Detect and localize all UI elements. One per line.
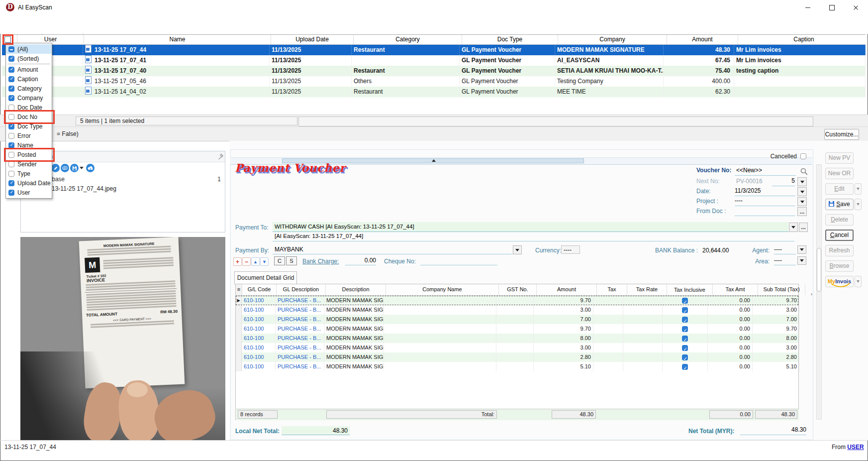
new-or-button[interactable]: New OR [825, 168, 854, 179]
maximize-button[interactable] [820, 0, 844, 15]
chooser-item--all-[interactable]: (All) [6, 44, 52, 54]
chooser-checkbox[interactable] [8, 95, 14, 101]
tax-inclusive-checkbox[interactable] [682, 336, 688, 342]
remove-row-button[interactable]: − [242, 257, 251, 266]
tax-inclusive-checkbox[interactable] [682, 326, 688, 332]
detail-row[interactable]: 610-100PURCHASE - B...MODERN MAMAK SIGNA… [236, 334, 798, 343]
detail-header-gl-description[interactable]: GL Description [277, 284, 326, 295]
chooser-checkbox[interactable] [8, 171, 14, 177]
column-header-name[interactable]: Name [84, 35, 271, 44]
detail-column-chooser[interactable]: ≡ [236, 284, 242, 295]
detail-row[interactable]: 610-100PURCHASE - B...MODERN MAMAK SIGNA… [236, 324, 798, 334]
chooser-item--sorted-[interactable]: (Sorted) [6, 54, 52, 63]
c-button[interactable]: C [274, 256, 285, 265]
column-header-company[interactable]: Company [558, 35, 667, 44]
close-button[interactable] [844, 0, 868, 15]
chooser-item-category[interactable]: Category [6, 84, 52, 93]
save-button[interactable]: Save [825, 199, 854, 210]
detail-row[interactable]: 610-100PURCHASE - B...MODERN MAMAK SIGNA… [236, 343, 798, 352]
search-icon[interactable] [800, 167, 808, 176]
chooser-checkbox[interactable] [8, 105, 14, 111]
detail-header-amount[interactable]: Amount [537, 284, 597, 295]
table-row[interactable]: 13-11-25 17_07_4411/13/2025RestaurantGL … [2, 45, 866, 55]
chooser-item-upload-date[interactable]: Upload Date [6, 178, 52, 188]
tab-document-detail-grid[interactable]: Document Detail Grid [234, 271, 297, 285]
view-attachment-button[interactable] [61, 164, 69, 172]
column-header-doc-type[interactable]: Doc Type [462, 35, 558, 44]
move-up-button[interactable]: ▲ [251, 257, 260, 266]
agent-dropdown-button[interactable] [797, 245, 806, 254]
myinvois-dropdown-caret[interactable] [855, 276, 862, 287]
date-field[interactable]: 11/3/2025 [735, 187, 795, 196]
cheque-no-field[interactable] [420, 257, 497, 265]
column-header-amount[interactable]: Amount [667, 35, 738, 44]
detail-header-gl-code[interactable]: G/L Code [242, 284, 277, 295]
project-dropdown-button[interactable] [797, 197, 807, 206]
minimize-button[interactable] [796, 0, 820, 15]
detail-header-company-name[interactable]: Company Name [386, 284, 499, 295]
chooser-checkbox[interactable] [8, 67, 14, 73]
next-no-dropdown-button[interactable] [797, 177, 807, 186]
detail-header-description[interactable]: Description [326, 284, 386, 295]
tax-inclusive-checkbox[interactable] [682, 298, 688, 304]
date-dropdown-button[interactable] [797, 187, 807, 196]
move-down-button[interactable]: ▼ [260, 257, 269, 266]
refresh-button[interactable]: Refresh [825, 245, 854, 256]
chooser-item-caption[interactable]: Caption [6, 74, 52, 84]
payment-by-dropdown-button[interactable] [513, 245, 522, 254]
payment-to-browse-button[interactable]: … [799, 223, 808, 232]
chooser-item-amount[interactable]: Amount [6, 65, 52, 74]
chooser-checkbox[interactable] [8, 86, 14, 92]
attachment-preview-image[interactable]: MODERN MAMAK SIGNATURE M Ticket # 102 IN… [20, 237, 225, 440]
chooser-checkbox[interactable] [8, 161, 14, 167]
bank-charge-link[interactable]: Bank Charge: [302, 258, 339, 265]
tax-inclusive-checkbox[interactable] [682, 345, 688, 351]
tax-inclusive-checkbox[interactable] [682, 317, 688, 323]
payment-to-field[interactable]: WITHDRAW CASH [AI EasyScan: 13-11-25 17_… [273, 222, 788, 232]
cancelled-checkbox[interactable] [800, 153, 806, 159]
delete-button[interactable]: Delete [825, 214, 854, 226]
myinvois-button[interactable]: MyInvois [825, 276, 854, 287]
tax-inclusive-checkbox[interactable] [682, 364, 688, 370]
column-header-category[interactable]: Category [354, 35, 462, 44]
customize-button[interactable]: Customize... [824, 129, 859, 140]
edit-attachment-button[interactable] [51, 164, 60, 172]
detail-row[interactable]: 610-100PURCHASE - B...MODERN MAMAK SIGNA… [236, 305, 798, 315]
from-doc-field[interactable] [735, 207, 795, 216]
vertical-scrollbar-thumb[interactable] [817, 248, 821, 292]
table-row[interactable]: 13-11-25 17_05_4611/13/2025OthersGL Paym… [2, 76, 866, 87]
chooser-item-user[interactable]: User [6, 188, 52, 197]
chooser-checkbox[interactable] [8, 123, 14, 129]
bank-charge-field[interactable]: 0.00 [345, 257, 376, 265]
browse-button[interactable]: Browse [825, 260, 854, 272]
tax-inclusive-checkbox[interactable] [682, 354, 688, 360]
detail-header-gst-no[interactable]: GST No. [499, 284, 537, 295]
table-row[interactable]: 13-11-25 17_07_4011/13/2025RestaurantGL … [2, 66, 866, 76]
project-field[interactable]: ---- [735, 197, 795, 206]
s-button[interactable]: S [286, 256, 297, 265]
chooser-checkbox[interactable] [8, 46, 14, 52]
area-dropdown-button[interactable] [797, 256, 806, 265]
pin-icon[interactable] [217, 153, 224, 160]
edit-dropdown-caret[interactable] [855, 183, 862, 195]
chooser-item-company[interactable]: Company [6, 93, 52, 103]
chooser-checkbox[interactable] [8, 133, 14, 139]
save-attachment-caret[interactable] [80, 167, 84, 169]
chooser-checkbox[interactable] [8, 190, 14, 196]
chooser-checkbox[interactable] [8, 180, 14, 186]
table-row[interactable]: 13-11-25 17_07_4111/13/2025GL Payment Vo… [2, 55, 866, 66]
detail-row[interactable]: ▶610-100PURCHASE - B...MODERN MAMAK SIGN… [236, 296, 798, 305]
table-row[interactable]: 13-11-25 14_04_0211/13/2025RestaurantGL … [2, 87, 866, 97]
chooser-checkbox[interactable] [8, 142, 14, 148]
save-dropdown-caret[interactable] [855, 199, 862, 210]
voucher-no-field[interactable] [735, 167, 796, 176]
column-header-upload-date[interactable]: Upload Date [271, 35, 354, 44]
payment-to-sub-field[interactable]: [AI EasyScan: 13-11-25 17_07_44] [273, 233, 794, 241]
detail-header-tax-inclusive[interactable]: Tax Inclusive [667, 284, 713, 295]
save-attachment-button[interactable] [70, 164, 79, 172]
detail-row[interactable]: 610-100PURCHASE - B...MODERN MAMAK SIGNA… [236, 362, 798, 371]
chooser-item-type[interactable]: Type [6, 169, 52, 178]
cancel-button[interactable]: Cancel [825, 230, 854, 241]
detail-row[interactable]: 610-100PURCHASE - B...MODERN MAMAK SIGNA… [236, 352, 798, 362]
add-row-button[interactable]: + [233, 257, 242, 266]
